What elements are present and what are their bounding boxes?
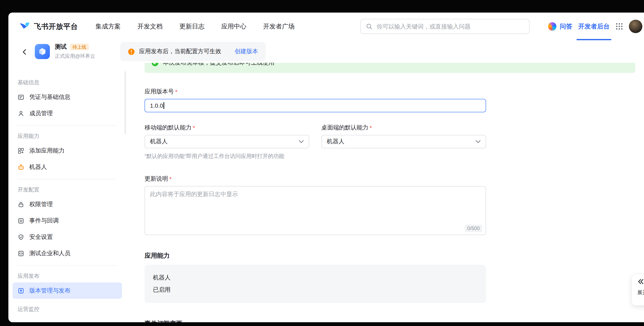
avatar[interactable] (629, 20, 642, 33)
sidebar-group-title-capability: 应用能力 (18, 132, 117, 140)
sidebar-item-label: 凭证与基础信息 (29, 93, 70, 101)
sidebar-item-label: 机器人 (29, 163, 47, 171)
desktop-capability-label: 桌面端的默认能力* (321, 124, 486, 132)
sidebar: 基础信息 凭证与基础信息 成员管理 应用能力 添加应用能力 (12, 66, 122, 322)
warning-icon (128, 48, 135, 55)
sidebar-item-add-capability[interactable]: 添加应用能力 (12, 142, 122, 159)
sidebar-item-test-users[interactable]: 测试企业和人员 (12, 245, 122, 262)
search-box[interactable] (360, 19, 530, 34)
qa-link[interactable]: 问答 (560, 22, 572, 30)
expand-panel-button[interactable]: 展开 (632, 274, 644, 306)
required-mark: * (169, 176, 172, 182)
search-input[interactable] (376, 23, 524, 30)
sidebar-item-events-callbacks[interactable]: 事件与回调 (12, 212, 122, 229)
app-name: 测试 (55, 43, 66, 51)
version-label: 应用版本号* (144, 88, 635, 96)
app-meta: 测试 待上线 正式应用@环界云 (55, 43, 95, 60)
feishu-logo (19, 22, 30, 31)
header-actions: 问答 开发者后台 (548, 12, 643, 40)
divider (18, 179, 117, 179)
back-button[interactable] (20, 47, 29, 56)
capability-name: 机器人 (153, 274, 478, 282)
nav-item-changelog[interactable]: 更新日志 (179, 22, 204, 30)
expand-label: 展开 (637, 289, 644, 296)
required-mark: * (370, 124, 372, 131)
sidebar-item-label: 添加应用能力 (29, 147, 64, 154)
create-version-link[interactable]: 创建版本 (235, 48, 258, 55)
nav-item-docs[interactable]: 开发文档 (138, 22, 162, 30)
events-section-title: 事件订阅变更 (144, 320, 635, 322)
brand-title: 飞书开放平台 (34, 22, 78, 31)
sidebar-group-title-devconfig: 开发配置 (18, 186, 117, 194)
cube-icon (38, 47, 47, 56)
sidebar-item-members[interactable]: 成员管理 (12, 105, 122, 122)
console-label: 开发者后台 (578, 22, 610, 30)
publish-alert-banner: 应用发布后，当前配置方可生效 创建版本 (120, 42, 266, 61)
desktop-background: 飞书开放平台 集成方案 开发文档 更新日志 应用中心 开发者广场 问答 (0, 0, 644, 326)
sidebar-item-label: 成员管理 (29, 110, 53, 117)
capability-panel: 机器人 已启用 (144, 265, 486, 303)
desktop-capability-value: 机器人 (327, 138, 344, 146)
release-notes-textarea[interactable]: 此内容将于应用的更新日志中显示 0/500 (144, 186, 486, 235)
required-mark: * (175, 88, 178, 95)
status-badge: 待上线 (70, 44, 89, 50)
nav-item-app-center[interactable]: 应用中心 (221, 22, 246, 30)
sidebar-group-title-monitor: 运营监控 (18, 306, 117, 313)
char-counter: 0/500 (465, 224, 482, 232)
sidebar-item-bot[interactable]: 机器人 (12, 159, 122, 175)
brand: 飞书开放平台 (19, 22, 78, 31)
sidebar-group-title-basic: 基础信息 (18, 79, 117, 86)
version-input[interactable]: 1.0.0 (144, 99, 486, 112)
top-navigation: 飞书开放平台 集成方案 开发文档 更新日志 应用中心 开发者广场 问答 (8, 12, 644, 40)
sidebar-scrollbar[interactable] (124, 71, 126, 134)
app-subtitle: 正式应用@环界云 (55, 53, 95, 60)
version-release-icon (18, 287, 24, 294)
sidebar-item-security[interactable]: 安全设置 (12, 229, 122, 245)
mobile-capability-label: 移动端的默认能力* (144, 124, 309, 132)
mobile-capability-select[interactable]: 机器人 (144, 135, 309, 148)
success-banner: 本次发布免审核，提交发布后即可上线使用 (144, 63, 635, 73)
members-icon (18, 110, 24, 117)
chevron-down-icon (476, 140, 480, 143)
capability-section-title: 应用能力 (144, 252, 635, 260)
qa-gradient-icon (548, 22, 556, 30)
active-tab-underline (576, 39, 611, 40)
sidebar-item-label: 安全设置 (29, 233, 53, 241)
sidebar-item-credentials[interactable]: 凭证与基础信息 (12, 89, 122, 105)
sidebar-item-label: 事件与回调 (29, 217, 59, 224)
divider (18, 125, 117, 126)
sidebar-group-title-release: 应用发布 (18, 272, 117, 280)
nav-item-dev-plaza[interactable]: 开发者广场 (263, 22, 294, 30)
test-users-icon (18, 250, 24, 257)
release-notes-label: 更新说明* (144, 175, 635, 183)
primary-nav: 集成方案 开发文档 更新日志 应用中心 开发者广场 (96, 22, 294, 30)
app-bar: 测试 待上线 正式应用@环界云 应用发布后，当前配置方可生效 创建版本 (8, 40, 644, 63)
console-link[interactable]: 开发者后台 (578, 12, 610, 40)
sidebar-item-label: 测试企业和人员 (29, 250, 70, 257)
add-capability-icon (18, 147, 24, 154)
double-chevron-left-icon (637, 279, 644, 284)
sidebar-item-label: 权限管理 (29, 200, 53, 208)
default-capability-hint: “默认的应用功能”即用户通过工作台访问应用时打开的功能 (144, 152, 635, 160)
bot-icon (18, 164, 24, 170)
permission-icon (18, 201, 24, 208)
credential-icon (18, 94, 24, 100)
sidebar-item-label: 版本管理与发布 (29, 287, 70, 294)
event-callback-icon (18, 217, 24, 224)
divider (18, 265, 117, 266)
app-icon (35, 44, 50, 59)
required-mark: * (193, 124, 195, 131)
sidebar-item-permissions[interactable]: 权限管理 (12, 196, 122, 212)
nav-item-integration[interactable]: 集成方案 (96, 22, 121, 30)
capability-status: 已启用 (153, 286, 478, 294)
success-check-icon (151, 63, 159, 66)
app-window: 飞书开放平台 集成方案 开发文档 更新日志 应用中心 开发者广场 问答 (8, 12, 644, 322)
search-icon (366, 23, 372, 30)
desktop-capability-select[interactable]: 机器人 (321, 135, 486, 148)
apps-grid-icon[interactable] (616, 23, 623, 30)
main-content: 本次发布免审核，提交发布后即可上线使用 应用版本号* 1.0.0 移动端的默认能… (144, 63, 635, 322)
mobile-capability-value: 机器人 (150, 138, 168, 146)
chevron-left-icon (21, 48, 28, 56)
sidebar-item-version-release[interactable]: 版本管理与发布 (12, 282, 122, 299)
alert-text: 应用发布后，当前配置方可生效 (139, 48, 221, 55)
